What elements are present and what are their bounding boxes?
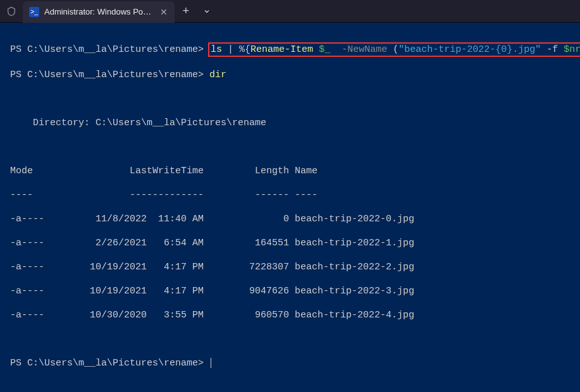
directory-header: Directory: C:\Users\m__la\Pictures\renam… bbox=[0, 117, 580, 129]
prompt: PS C:\Users\m__la\Pictures\rename> bbox=[10, 44, 209, 55]
file-row: -a---- 11/8/2022 11:40 AM 0 beach-trip-2… bbox=[0, 213, 580, 225]
active-tab[interactable]: >_ Administrator: Windows Powe ✕ bbox=[23, 1, 175, 23]
file-row: -a---- 10/30/2020 3:55 PM 960570 beach-t… bbox=[0, 309, 580, 321]
prompt: PS C:\Users\m__la\Pictures\rename> bbox=[10, 70, 209, 80]
file-row: -a---- 10/19/2021 4:17 PM 7228307 beach-… bbox=[0, 261, 580, 273]
cursor bbox=[211, 358, 211, 368]
new-tab-button[interactable]: + bbox=[175, 0, 197, 23]
titlebar: >_ Administrator: Windows Powe ✕ + bbox=[0, 0, 580, 23]
terminal-area[interactable]: PS C:\Users\m__la\Pictures\rename> ls | … bbox=[0, 23, 580, 392]
column-divider: ---- ------------- ------ ---- bbox=[0, 189, 580, 201]
file-row: -a---- 10/19/2021 4:17 PM 9047626 beach-… bbox=[0, 285, 580, 297]
highlighted-command: ls | %{Rename-Item $_ -NewName ("beach-t… bbox=[208, 42, 580, 57]
close-tab-button[interactable]: ✕ bbox=[158, 7, 170, 17]
file-row: -a---- 2/26/2021 6:54 AM 164551 beach-tr… bbox=[0, 237, 580, 249]
shield-icon bbox=[0, 0, 23, 23]
tab-dropdown-button[interactable] bbox=[197, 0, 216, 23]
prompt: PS C:\Users\m__la\Pictures\rename> bbox=[10, 358, 209, 369]
column-header: Mode LastWriteTime Length Name bbox=[0, 165, 580, 177]
command-text: dir bbox=[209, 70, 226, 80]
powershell-icon: >_ bbox=[29, 7, 39, 17]
tab-title: Administrator: Windows Powe bbox=[44, 7, 152, 16]
